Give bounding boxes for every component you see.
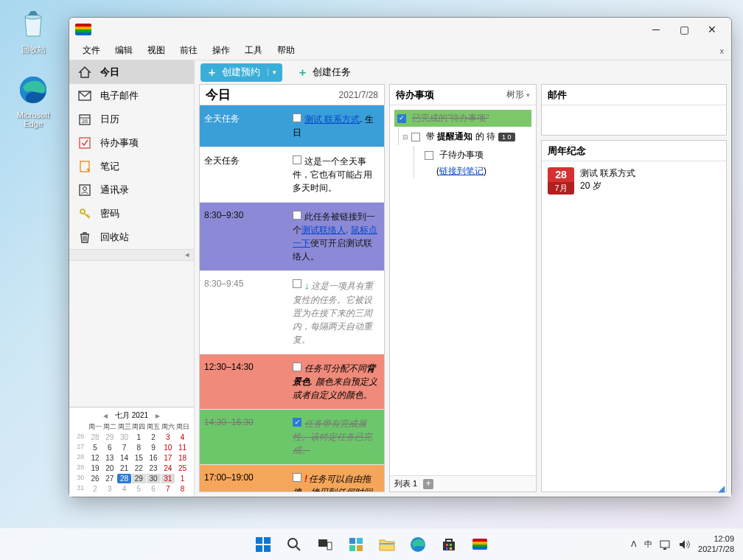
event-row-3[interactable]: 8:30–9:30 此任务被链接到一个测试联络人. 鼠标点一下便可开启测试联络人… [200,203,384,271]
nav-today[interactable]: 今日 [69,60,194,84]
event-row-6[interactable]: 14:30–16:30 任务带有完成属性。该特定任务已完成。 [200,410,384,465]
minical-day[interactable]: 7 [161,484,175,494]
minical-day[interactable]: 14 [117,453,131,463]
checkbox-checked[interactable] [293,418,301,427]
checkbox[interactable] [293,211,301,220]
ime-indicator[interactable]: 中 [644,539,652,550]
maximize-button[interactable]: ▢ [678,24,690,35]
minical-day[interactable]: 5 [132,484,146,494]
minical-day[interactable]: 4 [175,433,189,442]
minical-day[interactable]: 18 [175,453,189,463]
minimize-button[interactable]: ─ [650,24,662,35]
titlebar[interactable]: ─ ▢ ✕ [69,18,731,41]
menu-edit[interactable]: 编辑 [108,42,140,59]
minical-day[interactable]: 12 [88,453,102,463]
minical-day[interactable]: 3 [103,484,117,494]
todo-link[interactable]: 链接到笔记 [439,166,484,176]
todo-item-done[interactable]: 已完成的"待办事项" [394,110,531,127]
sidebar-collapse[interactable]: ◂ [69,249,194,261]
desktop-recycle-bin[interactable]: 回收站 [7,6,59,55]
minical-prev[interactable]: ◂ [100,410,111,421]
minical-day[interactable]: 6 [103,443,117,452]
nav-mail[interactable]: 电子邮件 [69,84,194,108]
menu-help[interactable]: 帮助 [270,42,302,59]
minical-day[interactable]: 2 [147,433,161,442]
minical-day[interactable]: 20 [103,463,117,473]
resize-grip-icon[interactable]: ◢ [718,483,728,494]
checkbox[interactable] [293,473,301,482]
clock[interactable]: 12:09 2021/7/28 [698,534,734,553]
widgets-button[interactable] [343,531,369,558]
create-task-button[interactable]: ＋ 创建任务 [291,63,357,82]
minical-day[interactable]: 23 [147,463,161,473]
minical-day[interactable]: 8 [175,484,189,494]
checkbox[interactable] [293,113,301,122]
checkbox[interactable] [293,155,301,164]
minical-day[interactable]: 17 [161,453,175,463]
event-link[interactable]: 测试联络人 [301,225,346,235]
checkbox[interactable] [293,363,301,371]
minical-day[interactable]: 9 [147,443,161,452]
menu-view[interactable]: 视图 [140,42,172,59]
desktop-edge[interactable]: Microsoft Edge [7,72,59,128]
minical-next[interactable]: ▸ [153,410,163,421]
event-row-allday1[interactable]: 全天任务 测试 联系方式. 生日 [200,105,384,147]
nav-contacts[interactable]: 通讯录 [69,178,194,202]
minical-day[interactable]: 30 [147,474,161,483]
start-button[interactable] [250,531,276,558]
minical-day[interactable]: 22 [132,463,146,473]
todo-subitem[interactable]: 子待办事项 (链接到笔记) [414,147,531,178]
menubar-close-icon[interactable]: x [720,46,725,55]
event-row-7[interactable]: 17:00–19:00 !任务可以自由拖拽、拷贝到任何时间段。您可以拖拽此任务到… [200,465,384,492]
menu-file[interactable]: 文件 [75,42,108,59]
minical-day[interactable]: 25 [175,463,189,473]
minical-day[interactable]: 29 [103,433,117,442]
nav-calendar[interactable]: 28 日历 [69,108,194,131]
event-row-allday2[interactable]: 全天任务 这是一个全天事件，它也有可能占用多天时间。 [200,147,384,203]
minical-day[interactable]: 1 [132,433,146,442]
minical-day[interactable]: 26 [88,474,102,483]
minical-day[interactable]: 30 [117,433,131,442]
minical-day[interactable]: 8 [132,443,146,452]
search-button[interactable] [281,531,307,558]
minical-day[interactable]: 24 [161,463,175,473]
edge-taskbar-button[interactable] [405,531,431,558]
checkbox[interactable] [411,133,420,141]
tray-chevron-icon[interactable]: ᐱ [631,539,637,549]
minical-day[interactable]: 13 [103,453,117,463]
minical-day[interactable]: 7 [117,443,131,452]
network-icon[interactable] [660,539,672,550]
minical-day[interactable]: 16 [147,453,161,463]
volume-icon[interactable] [679,539,691,550]
taskview-button[interactable] [312,531,338,558]
minical-day[interactable]: 19 [88,463,102,473]
event-row-4[interactable]: 8:30–9:45 ↓这是一项具有重复性的任务。它被设置为在接下来的三周内，每隔… [200,271,384,354]
menu-actions[interactable]: 操作 [205,42,237,59]
minical-day[interactable]: 29 [132,474,146,483]
nav-password[interactable]: 密码 [69,202,194,225]
checkbox[interactable] [425,151,433,160]
close-button[interactable]: ✕ [706,24,718,35]
todo-list-tab[interactable]: 列表 1 [394,478,417,489]
todo-view-mode[interactable]: 树形▾ [506,88,530,101]
menu-tools[interactable]: 工具 [237,42,270,59]
event-link[interactable]: 测试 联系方式 [304,114,360,125]
menu-goto[interactable]: 前往 [172,42,205,59]
nav-trash[interactable]: 回收站 [69,225,194,249]
checkbox-checked[interactable] [397,114,406,123]
app-taskbar-button[interactable] [467,531,493,558]
dropdown-icon[interactable]: ▾ [268,69,276,76]
nav-todo[interactable]: 待办事项 [69,131,194,155]
minical-day[interactable]: 21 [117,463,131,473]
minical-day[interactable]: 11 [175,443,189,452]
event-row-5[interactable]: 12:30–14:30 任务可分配不同背景色. 颜色来自预定义或者自定义的颜色。 [200,354,384,410]
nav-notes[interactable]: 笔记 [69,155,194,178]
checkbox[interactable] [293,279,301,288]
minical-day[interactable]: 15 [132,453,146,463]
minical-day[interactable]: 6 [147,484,161,494]
minical-day[interactable]: 2 [88,484,102,494]
minical-day[interactable]: 31 [161,474,175,483]
create-appointment-button[interactable]: ＋ 创建预约 ▾ [200,63,282,82]
add-list-button[interactable]: + [423,479,433,489]
todo-item-main[interactable]: ⊟ 带 提醒通知 的 待 1 0 [398,128,531,145]
